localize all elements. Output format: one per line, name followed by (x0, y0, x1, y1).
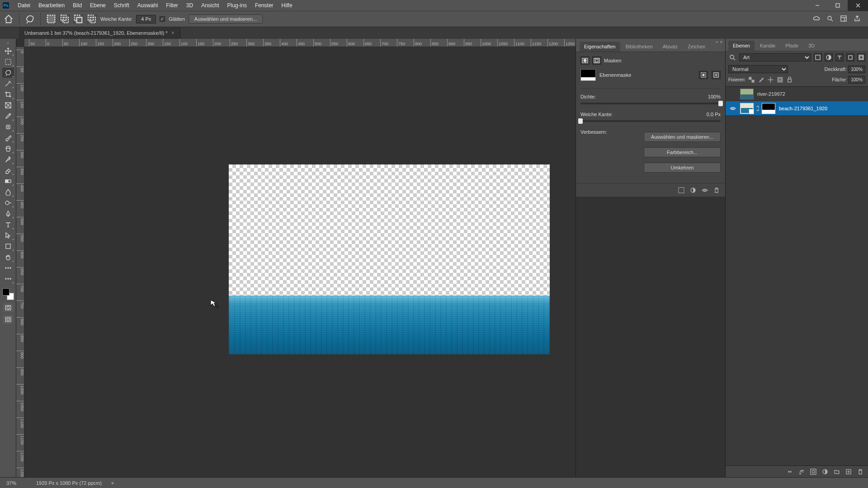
lock-artboard-icon[interactable] (777, 76, 783, 83)
lock-pixels-icon[interactable] (758, 76, 764, 83)
toolbox-expand-handle[interactable]: ›› (0, 41, 16, 45)
mask-link-icon[interactable] (755, 105, 760, 112)
type-tool[interactable] (2, 220, 14, 230)
apply-mask-icon[interactable] (690, 187, 696, 193)
vector-mask-icon[interactable] (592, 56, 601, 65)
load-selection-icon[interactable] (678, 187, 684, 193)
eyedropper-tool[interactable] (2, 111, 14, 121)
select-and-mask-button[interactable]: Auswählen und maskieren... (189, 14, 263, 23)
search-icon[interactable] (728, 53, 736, 61)
filter-type-icon[interactable] (835, 53, 844, 61)
filter-pixel-icon[interactable] (814, 53, 822, 61)
menu-plug-ins[interactable]: Plug-ins (223, 2, 251, 9)
clone-stamp-tool[interactable] (2, 144, 14, 154)
delete-layer-icon[interactable] (857, 469, 863, 475)
more-tools[interactable] (2, 263, 14, 273)
visibility-toggle[interactable] (727, 105, 738, 112)
window-close-button[interactable] (848, 0, 868, 11)
frame-tool[interactable] (2, 100, 14, 110)
edit-toolbar[interactable] (2, 274, 14, 284)
layer-style-icon[interactable]: fx (798, 469, 805, 475)
adjustment-layer-icon[interactable] (822, 469, 828, 475)
share-icon[interactable] (854, 15, 861, 23)
opacity-value[interactable]: 100% (848, 66, 865, 73)
menu-bearbeiten[interactable]: Bearbeiten (34, 2, 69, 9)
selection-intersect-button[interactable] (87, 15, 97, 23)
brush-tool[interactable] (2, 133, 14, 143)
vertical-ruler[interactable]: 0501001502002503003504004505005506006507… (16, 47, 24, 477)
menu-auswahl[interactable]: Auswahl (133, 2, 162, 9)
new-layer-icon[interactable] (845, 469, 852, 475)
lock-position-icon[interactable] (767, 76, 774, 83)
menu-filter[interactable]: Filter (162, 2, 182, 9)
search-icon[interactable] (826, 15, 834, 23)
invert-mask-button[interactable]: Umkehren (644, 163, 721, 173)
panel-collapse-icon[interactable]: ‹‹ (716, 40, 718, 44)
gradient-tool[interactable] (2, 176, 14, 186)
tab-properties[interactable]: Eigenschaften (580, 42, 620, 52)
zoom-level[interactable]: 37% (6, 480, 29, 486)
tab-3d[interactable]: 3D (804, 41, 819, 51)
layer-name[interactable]: river-219972 (755, 91, 785, 97)
screen-mode-toggle[interactable] (3, 315, 13, 324)
panel-close-icon[interactable]: × (720, 40, 722, 44)
eraser-tool[interactable] (2, 165, 14, 175)
tab-layers[interactable]: Ebenen (728, 41, 755, 51)
window-minimize-button[interactable] (807, 0, 827, 11)
layer-row[interactable]: river-219972 (726, 87, 868, 101)
menu-ansicht[interactable]: Ansicht (197, 2, 223, 9)
filter-kind-select[interactable]: Art (739, 53, 811, 61)
horizontal-ruler[interactable]: 5005010015020025030015010015020025030035… (24, 39, 576, 47)
mask-select-icon[interactable] (699, 71, 708, 79)
color-swatches[interactable] (2, 288, 14, 300)
marquee-tool[interactable] (2, 57, 14, 67)
delete-mask-icon[interactable] (713, 187, 720, 193)
crop-tool[interactable] (2, 89, 14, 99)
history-brush-tool[interactable] (2, 155, 14, 164)
menu-datei[interactable]: Datei (14, 2, 34, 9)
menu-bild[interactable]: Bild (69, 2, 86, 9)
menu-ebene[interactable]: Ebene (86, 2, 110, 9)
layer-row[interactable]: beach-2179361_1920 (726, 101, 868, 116)
layer-thumbnail[interactable] (740, 89, 754, 99)
mask-thumbnail[interactable] (762, 103, 775, 114)
path-selection-tool[interactable] (2, 230, 14, 240)
tab-paragraph[interactable]: Absatz (658, 42, 683, 52)
density-slider[interactable] (580, 103, 721, 104)
pen-tool[interactable] (2, 209, 14, 219)
lasso-tool-indicator[interactable] (25, 14, 35, 24)
fill-value[interactable]: 100% (848, 76, 865, 84)
dodge-tool[interactable] (2, 198, 14, 208)
menu-3d[interactable]: 3D (182, 2, 197, 9)
mask-thumbnail[interactable] (580, 69, 596, 81)
lock-transparency-icon[interactable] (748, 76, 755, 83)
filter-shape-icon[interactable] (846, 53, 854, 61)
blend-mode-select[interactable]: Normal (728, 65, 788, 73)
selection-subtract-button[interactable] (73, 15, 83, 23)
antialias-checkbox[interactable] (160, 16, 165, 22)
new-group-icon[interactable] (834, 469, 840, 475)
select-and-mask-refine-button[interactable]: Auswählen und maskieren... (644, 132, 721, 142)
home-button[interactable] (4, 14, 14, 24)
move-tool[interactable] (2, 46, 14, 56)
add-mask-icon[interactable] (810, 469, 816, 475)
density-value[interactable]: 100% (708, 94, 721, 99)
feather-slider[interactable] (580, 120, 721, 122)
layer-name[interactable]: beach-2179361_1920 (777, 106, 827, 111)
tab-character[interactable]: Zeichen (683, 42, 710, 52)
lock-all-icon[interactable] (786, 76, 793, 83)
lasso-tool[interactable] (2, 68, 14, 78)
cloud-docs-icon[interactable] (813, 15, 820, 23)
tab-libraries[interactable]: Bibliotheken (621, 42, 657, 52)
filter-smart-icon[interactable] (857, 53, 865, 61)
color-range-button[interactable]: Farbbereich... (644, 147, 721, 157)
menu-hilfe[interactable]: Hilfe (278, 2, 297, 9)
magic-wand-tool[interactable] (2, 79, 14, 89)
toggle-mask-icon[interactable] (702, 187, 708, 193)
link-layers-icon[interactable] (787, 469, 793, 475)
selection-new-button[interactable] (46, 15, 56, 23)
tab-paths[interactable]: Pfade (781, 41, 803, 51)
blur-tool[interactable] (2, 187, 14, 197)
document-tab[interactable]: Unbenannt-1 bei 37% (beach-2179361_1920,… (19, 27, 180, 39)
selection-add-button[interactable] (60, 15, 70, 23)
